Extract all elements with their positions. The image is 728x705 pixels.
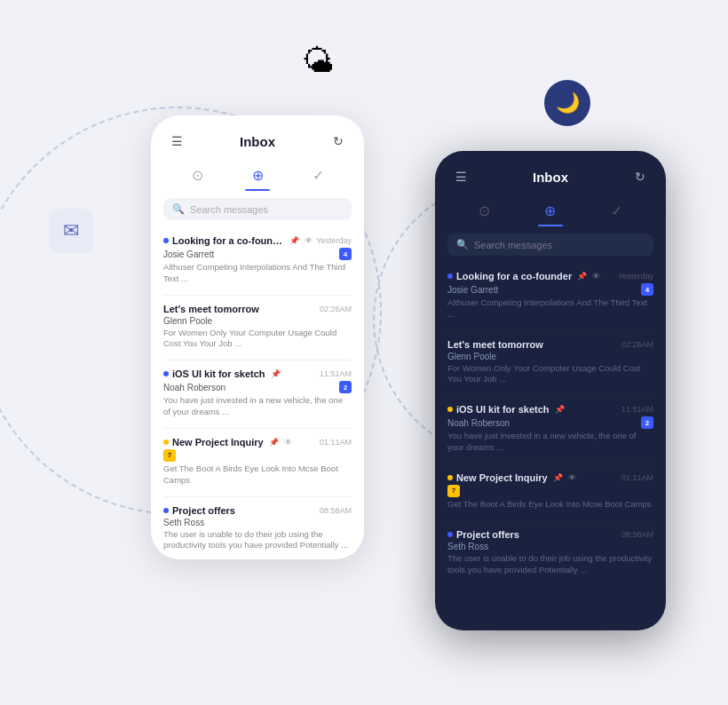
message-time: 11:51AM — [621, 405, 653, 414]
message-sender: Josie Garrett — [447, 285, 498, 295]
light-tab-bar: ⊙ ⊕ ✓ — [151, 158, 364, 193]
moon-icon: 🌙 — [544, 80, 590, 126]
message-preview: You have just invested in a new vehicle,… — [447, 431, 653, 454]
tab-inbox-dark[interactable]: ⊕ — [534, 197, 566, 225]
message-subject: New Project Inquiry — [172, 437, 264, 448]
message-subject: New Project Inquiry — [456, 472, 548, 483]
refresh-icon-dark[interactable]: ↻ — [630, 167, 650, 186]
message-subject: Looking for a co-founder — [172, 235, 284, 246]
message-subject: Let's meet tomorrow — [163, 304, 259, 314]
eye-icon: 👁 — [284, 438, 292, 447]
light-phone-title: Inbox — [186, 134, 328, 149]
badge: 2 — [339, 381, 352, 393]
unread-dot — [447, 407, 453, 412]
tab-search-light[interactable]: ⊙ — [181, 162, 214, 189]
pin-icon: 📌 — [271, 369, 281, 378]
badge: 4 — [339, 248, 352, 260]
tab-done-dark[interactable]: ✓ — [600, 197, 633, 225]
mail-icon: ✉ — [49, 209, 93, 253]
message-item[interactable]: Let's meet tomorrow 02:26AM Glenn Poole … — [154, 296, 360, 359]
message-time: 08:58AM — [320, 506, 352, 515]
message-item[interactable]: New Project Inquiry 📌 👁 01:11AM 7 Get Th… — [154, 429, 360, 495]
message-subject: Project offers — [172, 505, 235, 516]
message-preview: Althuser Competing Interpolations And Th… — [447, 297, 653, 321]
message-time: 02:26AM — [621, 340, 653, 349]
eye-icon: 👁 — [305, 236, 313, 245]
message-item[interactable]: Project offers 08:58AM Seth Ross The use… — [154, 497, 360, 560]
unread-dot — [447, 475, 453, 480]
light-phone-header: ☰ Inbox ↻ — [151, 115, 364, 158]
search-placeholder-light: Search messages — [190, 204, 268, 215]
dark-phone-title: Inbox — [471, 170, 630, 185]
message-time: 11:51AM — [320, 369, 352, 378]
message-time: 01:11AM — [320, 438, 352, 447]
message-subject: iOS UI kit for sketch — [456, 404, 550, 415]
message-subject: Project offers — [456, 529, 519, 540]
search-bar-dark[interactable]: 🔍 Search messages — [447, 234, 653, 256]
menu-icon-dark[interactable]: ☰ — [451, 167, 471, 186]
search-placeholder-dark: Search messages — [474, 240, 552, 250]
message-preview: You have just invested in a new vehicle,… — [163, 395, 352, 418]
message-item[interactable]: Project offers 08:58AM Seth Ross The use… — [439, 521, 662, 584]
message-preview: For Women Only Your Computer Usage Could… — [447, 363, 653, 386]
badge: 7 — [163, 449, 176, 462]
message-item[interactable]: Let's meet tomorrow 02:26AM Glenn Poole … — [439, 331, 662, 394]
message-time: Yesterday — [618, 272, 653, 281]
message-preview: Get The Boot A Birds Eye Look Into Mcse … — [447, 499, 653, 511]
message-sender: Noah Roberson — [447, 418, 510, 428]
pin-icon: 📌 — [553, 473, 563, 482]
message-sender: Seth Ross — [447, 542, 488, 551]
message-item[interactable]: iOS UI kit for sketch 📌 11:51AM Noah Rob… — [439, 396, 662, 462]
pin-icon: 📌 — [289, 236, 299, 245]
unread-dot — [163, 371, 169, 376]
message-preview: Althuser Competing Interpolations And Th… — [163, 262, 352, 285]
done-tab-icon-dark: ✓ — [611, 202, 622, 219]
search-icon-light: 🔍 — [172, 203, 185, 215]
message-sender: Noah Roberson — [163, 383, 226, 392]
inbox-tab-icon: ⊕ — [252, 167, 264, 184]
eye-icon: 👁 — [568, 473, 576, 482]
unread-dot — [447, 532, 453, 537]
message-item[interactable]: iOS UI kit for sketch 📌 11:51AM Noah Rob… — [154, 360, 360, 426]
badge: 7 — [447, 485, 460, 497]
message-sender: Seth Ross — [163, 518, 204, 527]
inbox-tab-icon-dark: ⊕ — [544, 202, 556, 219]
message-sender: Josie Garrett — [163, 250, 214, 259]
message-sender: Glenn Poole — [447, 352, 496, 361]
unread-dot — [163, 440, 169, 445]
menu-icon[interactable]: ☰ — [167, 131, 186, 151]
unread-dot — [163, 508, 169, 513]
tab-search-dark[interactable]: ⊙ — [468, 197, 501, 225]
message-time: 08:58AM — [621, 530, 653, 539]
message-item[interactable]: New Project Inquiry 📌 👁 01:11AM 7 Get Th… — [439, 464, 662, 519]
message-preview: For Women Only Your Computer Usage Could… — [163, 328, 352, 351]
message-time: Yesterday — [316, 236, 352, 245]
dark-phone: ☰ Inbox ↻ ⊙ ⊕ ✓ 🔍 Search messages Lookin… — [435, 151, 666, 630]
message-preview: Get The Boot A Birds Eye Look Into Mcse … — [163, 463, 352, 487]
message-subject: iOS UI kit for sketch — [172, 368, 265, 379]
badge: 4 — [641, 283, 653, 296]
tab-inbox-light[interactable]: ⊕ — [241, 162, 274, 189]
message-item[interactable]: Looking for a co-founder 📌 👁 Yesterday J… — [154, 227, 360, 293]
light-phone: ☰ Inbox ↻ ⊙ ⊕ ✓ 🔍 Search messages Lookin… — [151, 115, 364, 559]
message-preview: The user is unable to do their job using… — [447, 553, 653, 576]
search-tab-icon: ⊙ — [192, 167, 203, 184]
message-item[interactable]: Looking for a co-founder 📌 👁 Yesterday J… — [439, 263, 662, 329]
messages-list-light: Looking for a co-founder 📌 👁 Yesterday J… — [151, 227, 364, 559]
messages-list-dark: Looking for a co-founder 📌 👁 Yesterday J… — [435, 263, 666, 630]
message-sender: Glenn Poole — [163, 316, 212, 326]
search-bar-light[interactable]: 🔍 Search messages — [163, 198, 352, 220]
message-subject: Let's meet tomorrow — [447, 339, 543, 350]
refresh-icon[interactable]: ↻ — [328, 131, 348, 151]
search-tab-icon-dark: ⊙ — [479, 202, 490, 219]
search-icon-dark: 🔍 — [456, 239, 469, 250]
message-subject: Looking for a co-founder — [456, 271, 572, 281]
pin-icon: 📌 — [555, 405, 565, 414]
dark-phone-header: ☰ Inbox ↻ — [435, 151, 666, 194]
done-tab-icon: ✓ — [313, 167, 324, 184]
sun-icon: 🌤 — [302, 43, 334, 80]
badge: 2 — [641, 416, 653, 429]
pin-icon: 📌 — [269, 438, 279, 447]
pin-icon: 📌 — [577, 272, 587, 281]
tab-done-light[interactable]: ✓ — [302, 162, 335, 189]
